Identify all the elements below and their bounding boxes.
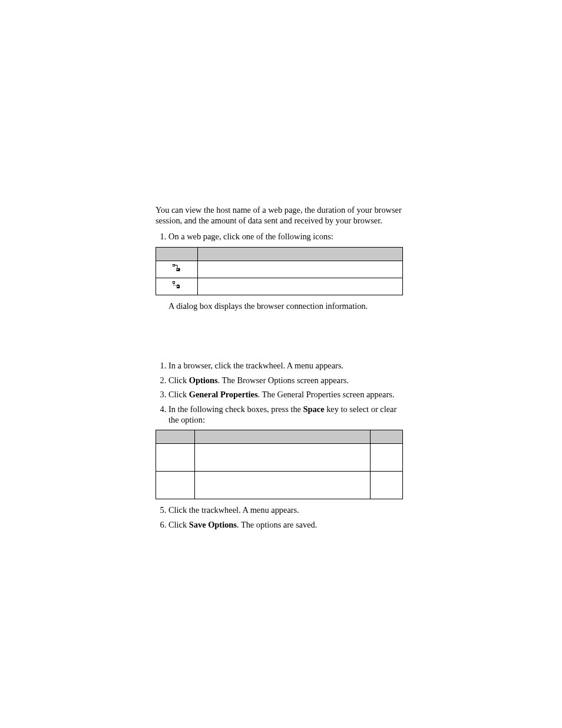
step-item: In a browser, click the trackwheel. A me… <box>168 361 403 371</box>
option-cell <box>156 472 195 499</box>
table-row <box>156 472 403 499</box>
step-bold: Save Options <box>189 520 237 529</box>
table-row <box>156 261 403 278</box>
step-text: . The General Properties screen appears. <box>258 390 395 399</box>
table-header <box>371 430 403 444</box>
step-item: On a web page, click one of the followin… <box>168 232 403 242</box>
step-text: Click <box>168 375 189 385</box>
table-header <box>156 247 198 261</box>
step-text: Click <box>168 390 189 399</box>
step-item: Click Save Options. The options are save… <box>168 520 403 531</box>
table-header <box>156 430 195 444</box>
svg-rect-11 <box>177 286 178 287</box>
step-item: In the following check boxes, press the … <box>168 404 403 425</box>
step-bold: General Properties <box>189 390 258 399</box>
table-header <box>198 247 403 261</box>
icons-table <box>156 247 403 295</box>
table-row <box>156 444 403 472</box>
desc-cell <box>195 444 371 472</box>
icon-cell <box>156 278 198 295</box>
step-text: . The Browser Options screen appears. <box>218 375 349 385</box>
desc-cell <box>198 261 403 278</box>
connection-icon <box>172 263 181 272</box>
options-table <box>156 430 403 499</box>
svg-rect-5 <box>177 269 178 270</box>
icon-cell <box>156 261 198 278</box>
svg-rect-1 <box>173 265 174 266</box>
table-header <box>195 430 371 444</box>
step-text: . The options are saved. <box>237 520 317 529</box>
step-bold: Space <box>303 404 325 414</box>
step-item: Click Options. The Browser Options scree… <box>168 375 403 386</box>
default-cell <box>371 472 403 499</box>
step-item: Click the trackwheel. A menu appears. <box>168 505 403 516</box>
desc-cell <box>198 278 403 295</box>
option-cell <box>156 444 195 472</box>
step-bold: Options <box>189 375 218 385</box>
default-cell <box>371 444 403 472</box>
step-item: Click General Properties. The General Pr… <box>168 390 403 400</box>
step-text: In the following check boxes, press the <box>168 404 303 414</box>
dialog-note: A dialog box displays the browser connec… <box>168 301 403 312</box>
connection-secure-icon <box>172 281 181 289</box>
section2-steps-cont: Click the trackwheel. A menu appears. Cl… <box>156 505 403 530</box>
svg-rect-7 <box>173 282 174 283</box>
step-text: Click <box>168 520 189 529</box>
intro-paragraph: You can view the host name of a web page… <box>156 205 403 226</box>
section2-steps: In a browser, click the trackwheel. A me… <box>156 361 403 425</box>
table-row <box>156 278 403 295</box>
section1-steps: On a web page, click one of the followin… <box>156 232 403 242</box>
desc-cell <box>195 472 371 499</box>
